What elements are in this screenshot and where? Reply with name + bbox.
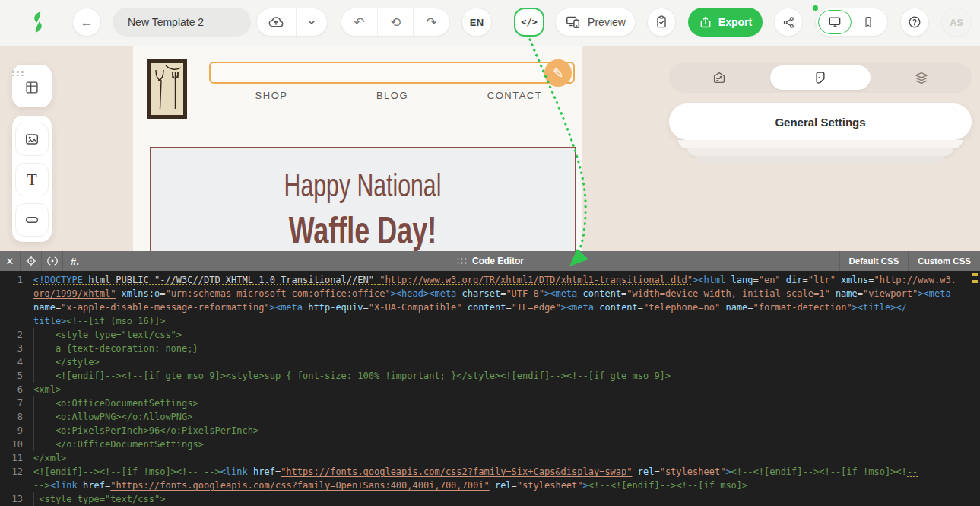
element-edit-handle[interactable]: ✎: [544, 59, 572, 87]
code-row[interactable]: 4 </style>: [0, 355, 980, 369]
code-row[interactable]: name="x-apple-disable-message-reformatti…: [0, 301, 980, 314]
tab-layers[interactable]: [872, 62, 972, 93]
collapsed-card-stack: [669, 140, 972, 163]
code-row[interactable]: 5 <![endif]--><!--[if gte mso 9]><style>…: [0, 369, 980, 383]
template-name-field[interactable]: New Template 2: [113, 8, 251, 37]
brand-logo-image[interactable]: [147, 59, 187, 119]
history-group: ↶ ⟲ ↷: [341, 8, 450, 37]
code-row[interactable]: 1<!DOCTYPE html PUBLIC "-//W3C//DTD XHTM…: [0, 273, 980, 287]
preview-label: Preview: [588, 16, 626, 28]
line-number: [0, 301, 23, 314]
code-editor-header: ✕ #. Code Editor Default CSS Custom CSS: [0, 251, 980, 271]
button-tool-button[interactable]: [15, 203, 49, 237]
device-toggle: [815, 8, 888, 37]
code-row[interactable]: org/1999/xhtml" xmlns:o="urn:schemas-mic…: [0, 287, 980, 301]
nav-link-shop[interactable]: SHOP: [237, 90, 306, 101]
overview-ruler-warning-mark: [972, 280, 978, 283]
edit-pencil-icon: ✎: [553, 65, 563, 81]
code-row[interactable]: 3 a {text-decoration: none;}: [0, 342, 980, 355]
back-button[interactable]: ←: [72, 8, 101, 37]
code-editor-body[interactable]: 1<!DOCTYPE html PUBLIC "-//W3C//DTD XHTM…: [0, 271, 980, 506]
blocks-icon: [24, 79, 40, 96]
settings-panel: General Settings: [669, 46, 972, 251]
template-icon: [711, 69, 728, 86]
checklist-button[interactable]: [647, 8, 676, 37]
clipboard-check-icon: [654, 14, 669, 30]
code-lines[interactable]: 1<!DOCTYPE html PUBLIC "-//W3C//DTD XHTM…: [0, 273, 980, 506]
mobile-icon: [861, 15, 875, 29]
line-number: [0, 287, 23, 301]
save-options-button[interactable]: [296, 8, 327, 36]
code-row[interactable]: 9 <o:PixelsPerInch>96</o:PixelsPerInch>: [0, 424, 980, 438]
hero-image-block[interactable]: Happy National Waffle Day!: [150, 147, 576, 251]
nav-link-contact[interactable]: CONTACT: [480, 90, 549, 101]
general-settings-label: General Settings: [775, 116, 865, 129]
device-toggle-notification-dot: [813, 5, 818, 11]
focus-selection-button[interactable]: [42, 251, 63, 271]
settings-tabbar: [669, 62, 972, 93]
code-row[interactable]: 7 <o:OfficeDocumentSettings>: [0, 396, 980, 410]
focus-icon: [46, 255, 59, 267]
line-number: [0, 314, 23, 328]
code-row[interactable]: 6<xml>: [0, 383, 980, 396]
line-number: 6: [0, 383, 23, 396]
save-group: [256, 8, 328, 37]
code-row[interactable]: --><link href="https://fonts.googleapis.…: [0, 479, 980, 492]
language-button[interactable]: EN: [461, 8, 492, 37]
app-logo-icon: [26, 10, 50, 34]
line-number: 10: [0, 438, 23, 451]
tab-template[interactable]: [669, 62, 769, 93]
code-row[interactable]: title><!--[if (mso 16)]>: [0, 314, 980, 328]
custom-css-tab[interactable]: Custom CSS: [908, 251, 980, 271]
device-settings-icon: [812, 69, 829, 86]
code-editor-drag-title[interactable]: Code Editor: [456, 251, 524, 271]
overview-ruler-warning-mark: [972, 273, 978, 276]
inspect-target-button[interactable]: [21, 251, 42, 271]
export-button[interactable]: Export: [688, 8, 763, 37]
code-editor-toggle-button[interactable]: </>: [514, 8, 544, 37]
code-row[interactable]: 8 <o:AllowPNG></o:AllowPNG>: [0, 410, 980, 424]
share-nodes-icon: [782, 15, 796, 30]
general-settings-card[interactable]: General Settings: [669, 103, 972, 140]
nav-link-blog[interactable]: BLOG: [358, 90, 427, 101]
text-tool-button[interactable]: T: [15, 163, 49, 196]
cloud-save-button[interactable]: [257, 8, 296, 36]
code-editor-title: Code Editor: [472, 256, 524, 266]
avatar-initials: AS: [950, 17, 963, 28]
email-canvas[interactable]: ✎ SHOP BLOG CONTACT Happy National Waffl…: [133, 44, 582, 251]
code-row[interactable]: 2 <style type="text/css">: [0, 328, 980, 342]
tab-general-settings[interactable]: [770, 65, 870, 90]
share-button[interactable]: [774, 8, 803, 37]
user-avatar[interactable]: AS: [941, 8, 972, 37]
button-icon: [24, 212, 40, 228]
desktop-view-button[interactable]: [818, 10, 852, 34]
line-number: 1: [0, 273, 23, 287]
element-toolbox: T: [12, 116, 52, 242]
undo-icon: ↶: [354, 16, 364, 29]
code-row[interactable]: 11</xml>: [0, 451, 980, 465]
mobile-view-button[interactable]: [852, 10, 885, 34]
hero-heading-line1: Happy National: [210, 167, 515, 204]
line-number: 2: [0, 328, 23, 342]
image-tool-button[interactable]: [15, 123, 49, 156]
code-editor-close-button[interactable]: ✕: [0, 251, 21, 271]
redo-icon: ↷: [427, 16, 437, 29]
code-row[interactable]: 10 </o:OfficeDocumentSettings>: [0, 438, 980, 451]
code-row[interactable]: 12<![endif]--><!--[if !mso]><!-- --><lin…: [0, 465, 980, 479]
line-number: 5: [0, 369, 23, 383]
content-blocks-card[interactable]: [12, 65, 52, 107]
default-css-tab[interactable]: Default CSS: [839, 251, 909, 271]
desktop-icon: [827, 14, 842, 30]
drag-handle-dots[interactable]: [12, 71, 52, 76]
line-number: 8: [0, 410, 23, 424]
undo-button[interactable]: ↶: [341, 8, 377, 36]
preview-devices-icon: [565, 14, 582, 30]
help-button[interactable]: [900, 8, 929, 37]
redo-button[interactable]: ↷: [413, 8, 449, 36]
code-row[interactable]: 13 <style type="text/css">: [0, 492, 980, 506]
history-button[interactable]: ⟲: [377, 8, 414, 36]
preview-button[interactable]: Preview: [555, 8, 636, 37]
help-icon: [907, 14, 922, 30]
line-anchor-button[interactable]: #.: [63, 251, 87, 271]
selected-menu-element[interactable]: [209, 62, 575, 84]
